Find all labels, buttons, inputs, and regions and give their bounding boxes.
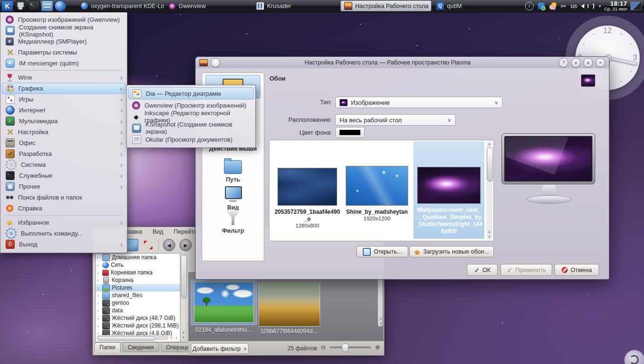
shade-button[interactable]: ∨ bbox=[571, 58, 581, 67]
tree-row-network[interactable]: › Сеть bbox=[96, 261, 180, 269]
close-button[interactable]: × bbox=[596, 58, 605, 67]
menu-item-ksnapshot[interactable]: Создание снимков экрана (KSnapshot) bbox=[0, 25, 127, 36]
apply-button[interactable]: ✓ Применить bbox=[501, 264, 552, 276]
submenu-item-dia[interactable]: Dia — Редактор диаграмм bbox=[128, 87, 254, 100]
get-new-wallpapers-button[interactable]: ★ Загрузить новые обои... bbox=[409, 246, 494, 257]
ok-button[interactable]: ✓ ОК bbox=[467, 264, 498, 276]
zoom-slider[interactable] bbox=[330, 346, 371, 348]
next-image-icon[interactable]: ▶ bbox=[179, 239, 192, 251]
plasma-cashew-icon[interactable] bbox=[624, 350, 644, 364]
notifications-info-icon[interactable]: i bbox=[525, 2, 534, 10]
menu-item-games[interactable]: Игры › bbox=[0, 94, 127, 105]
submenu-item-okular[interactable]: Okular (Просмотр документов) bbox=[127, 134, 255, 145]
menu-item-utilities[interactable]: Служебные › bbox=[0, 170, 127, 181]
panel-clock[interactable]: 18:17 Ср, 21 июл bbox=[604, 0, 627, 12]
tab-information[interactable]: Сведения bbox=[123, 342, 159, 352]
wallpaper-item[interactable]: * * * Shine_by_madsheytan 1920x1200 bbox=[343, 166, 411, 221]
wallpaper-item[interactable]: 2053572759_1baaf4e490_o 1280x800 bbox=[274, 168, 340, 228]
task-browser[interactable]: oxygen-transparent KDE-Lo bbox=[78, 1, 164, 11]
menu-item-run-command[interactable]: Выполнить команду... bbox=[0, 228, 127, 239]
menu-item-development[interactable]: Разработка › bbox=[0, 148, 127, 159]
expander-icon[interactable]: › bbox=[97, 300, 100, 306]
wallpaper-item-selected[interactable]: Wallpapers-room_com___Quattuor_Simplex_b… bbox=[413, 141, 484, 239]
background-color-button[interactable] bbox=[335, 127, 365, 138]
sidebar-item-display[interactable]: Вид bbox=[202, 186, 264, 211]
positioning-select[interactable]: На весь рабочий стол ∨ bbox=[335, 114, 456, 126]
expander-icon[interactable]: › bbox=[97, 277, 100, 283]
tree-row-pictures[interactable]: › Pictures bbox=[96, 284, 180, 291]
menu-item-office[interactable]: Офис › bbox=[0, 137, 127, 148]
menu-item-other[interactable]: Прочее › bbox=[0, 181, 127, 192]
tree-row-home[interactable]: › Домашняя папка bbox=[96, 254, 180, 261]
keyboard-layout-indicator[interactable]: us bbox=[571, 2, 577, 9]
task-qutim[interactable]: Q qutIM bbox=[433, 1, 519, 11]
volume-icon[interactable] bbox=[581, 2, 594, 10]
menu-item-favorites[interactable]: Избранное › bbox=[0, 217, 127, 228]
klipper-scissors-icon[interactable]: ✂ bbox=[561, 3, 566, 9]
zoom-slider-handle[interactable] bbox=[342, 344, 349, 352]
expander-icon[interactable]: › bbox=[97, 262, 100, 268]
pin-button[interactable] bbox=[211, 58, 220, 67]
wallpaper-type-select[interactable]: Изображение ∨ bbox=[335, 97, 502, 108]
zoom-out-icon[interactable]: ⊖ bbox=[321, 344, 326, 351]
tree-row-shared-files[interactable]: › shared_files bbox=[96, 291, 180, 299]
help-button[interactable]: ? bbox=[559, 58, 568, 67]
browse-icon[interactable] bbox=[126, 239, 138, 251]
menu-view[interactable]: Вид bbox=[152, 228, 163, 236]
open-button[interactable]: Открыть... bbox=[357, 246, 408, 257]
menu-item-system-settings[interactable]: Параметры системы bbox=[0, 47, 127, 58]
floppy-icon[interactable] bbox=[15, 0, 27, 11]
keep-above-button[interactable]: ∧ bbox=[583, 58, 593, 67]
expander-icon[interactable]: › bbox=[97, 308, 100, 313]
menu-item-settings[interactable]: Настройка › bbox=[0, 127, 127, 137]
scroll-right-icon[interactable]: › bbox=[176, 335, 177, 340]
tray-expand-arrow-icon[interactable]: ▾ bbox=[599, 4, 601, 9]
previous-image-icon[interactable]: ◀ bbox=[163, 239, 175, 251]
thumbnails-scrollbar[interactable]: ∧∨ bbox=[378, 274, 383, 327]
tree-row-root[interactable]: › Корневая папка bbox=[96, 269, 180, 276]
task-krusader[interactable]: Krusader bbox=[253, 1, 339, 11]
menu-item-help[interactable]: Справка bbox=[0, 203, 127, 214]
menu-item-graphics[interactable]: Графика › bbox=[2, 83, 125, 94]
terminal-icon[interactable] bbox=[28, 0, 40, 11]
desktop-pager[interactable] bbox=[630, 1, 642, 10]
menu-item-wine[interactable]: Wine › bbox=[0, 72, 127, 83]
tree-row-disk2[interactable]: › Жёсткий диск (298,1 MiB) bbox=[96, 322, 180, 329]
sidebar-item-location[interactable]: Путь bbox=[202, 160, 264, 183]
kde-menu-icon[interactable]: K bbox=[1, 0, 13, 11]
menu-go[interactable]: Перейти bbox=[174, 228, 197, 236]
expander-icon[interactable]: › bbox=[97, 270, 100, 275]
thumbnail-item[interactable]: 109b677f86446094d… bbox=[257, 282, 322, 335]
weather-icon[interactable] bbox=[549, 2, 556, 10]
task-desktop-settings[interactable]: Настройка Рабочего стола bbox=[340, 0, 431, 11]
tree-row-data[interactable]: › data bbox=[96, 307, 180, 314]
tab-folders[interactable]: Папки bbox=[94, 342, 121, 352]
submenu-item-ksnapshot[interactable]: KSnapshot (Создание снимков экрана) bbox=[127, 122, 255, 134]
menu-item-internet[interactable]: Интернет › bbox=[0, 105, 127, 116]
tree-row-disk1[interactable]: › Жёсткий диск (48,7 GiB) bbox=[96, 314, 180, 322]
menu-item-find-files[interactable]: Поиск файлов и папок bbox=[0, 192, 127, 203]
wallpaper-list-scrollbar[interactable]: ∧ ∧∨ bbox=[486, 141, 492, 240]
expander-icon[interactable]: › bbox=[97, 315, 100, 321]
task-gwenview[interactable]: Gwenview bbox=[165, 1, 251, 11]
menu-item-leave[interactable]: Выход › bbox=[0, 239, 127, 250]
menu-item-system[interactable]: Система › bbox=[0, 159, 127, 170]
tree-row-trash[interactable]: › Корзина bbox=[96, 276, 180, 284]
menu-item-qutim[interactable]: IM messenger (qutim) bbox=[0, 58, 127, 69]
expander-icon[interactable]: › bbox=[97, 292, 100, 298]
dropbox-icon[interactable] bbox=[538, 3, 545, 9]
scroll-left-icon[interactable]: ‹ bbox=[170, 335, 172, 340]
expander-icon[interactable]: › bbox=[97, 285, 100, 291]
menu-item-multimedia[interactable]: Мультимедиа › bbox=[0, 116, 127, 127]
browser-icon[interactable] bbox=[54, 0, 66, 11]
expander-icon[interactable]: › bbox=[97, 255, 100, 260]
expander-icon[interactable]: › bbox=[97, 323, 100, 328]
fullscreen-icon[interactable] bbox=[143, 239, 154, 251]
tree-vertical-scrollbar[interactable]: ∧∨ bbox=[180, 254, 186, 340]
tree-row-gentoo[interactable]: › gentoo bbox=[96, 299, 180, 307]
cancel-button[interactable]: Отмена bbox=[555, 264, 599, 276]
add-filter-button[interactable]: Добавить фильтр ∨ bbox=[191, 343, 249, 354]
tree-horizontal-scrollbar[interactable] bbox=[97, 335, 169, 340]
sidebar-item-filter[interactable]: Фильтр bbox=[202, 210, 264, 234]
thumbnail-item[interactable]: 02194_allaloneinthis… bbox=[191, 280, 257, 333]
